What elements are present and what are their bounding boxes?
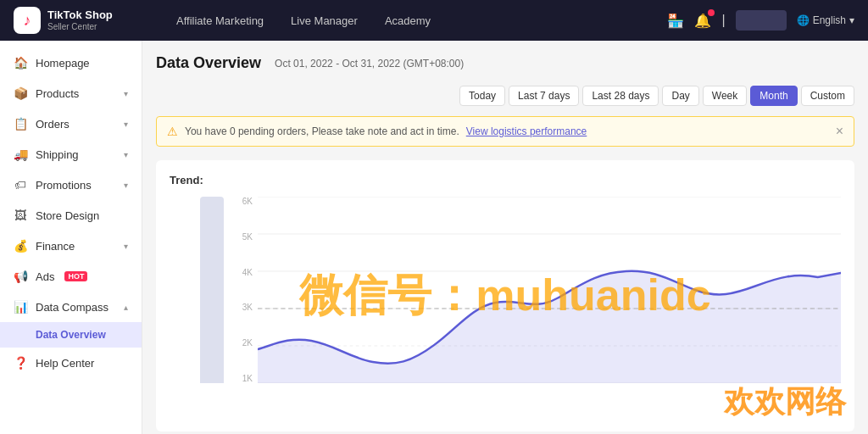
top-navigation: ♪ TikTok Shop Seller Center Affiliate Ma… [0, 0, 868, 41]
y-label-2k: 2K [242, 338, 253, 348]
y-label-1k: 1K [242, 374, 253, 383]
shipping-icon: 🚚 [14, 147, 27, 161]
promotions-icon: 🏷 [14, 178, 27, 192]
orders-icon: 📋 [14, 117, 27, 131]
date-range: Oct 01, 2022 - Oct 31, 2022 (GMT+08:00) [275, 58, 464, 70]
chevron-down-icon: ▾ [124, 242, 128, 251]
logo-subtitle: Seller Center [47, 22, 113, 32]
products-icon: 📦 [14, 86, 27, 100]
y-label-5k: 5K [242, 232, 253, 242]
chevron-down-icon: ▾ [124, 89, 128, 98]
sidebar-item-ads[interactable]: 📢 Ads HOT [0, 261, 142, 292]
data-compass-icon: 📊 [14, 300, 27, 314]
nav-right: 🏪 🔔 | 🌐 English ▾ [667, 10, 854, 31]
logo-area: ♪ TikTok Shop Seller Center [14, 7, 149, 34]
nav-live-manager[interactable]: Live Manager [291, 11, 358, 31]
logo-title: TikTok Shop [47, 8, 113, 22]
time-filters: Today Last 7 days Last 28 days Day Week … [459, 86, 854, 106]
time-btn-day[interactable]: Day [662, 86, 698, 106]
sidebar-item-homepage[interactable]: 🏠 Homepage [0, 47, 142, 78]
overview-header: Data Overview Oct 01, 2022 - Oct 31, 202… [156, 54, 854, 106]
y-axis-labels: 6K 5K 4K 3K 2K 1K [229, 197, 256, 383]
time-btn-last28[interactable]: Last 28 days [582, 86, 659, 106]
sidebar-label-data-compass: Data Compass [36, 301, 108, 314]
sidebar-subitem-data-overview[interactable]: Data Overview [0, 322, 142, 348]
sidebar-label-products: Products [36, 87, 79, 100]
page-title: Data Overview [156, 54, 261, 72]
hot-badge: HOT [64, 271, 87, 281]
help-icon: ❓ [14, 356, 27, 370]
time-btn-last7[interactable]: Last 7 days [509, 86, 579, 106]
nav-academy[interactable]: Academy [385, 11, 431, 31]
ads-icon: 📢 [14, 270, 27, 283]
chevron-down-icon: ▾ [124, 120, 128, 129]
sidebar-label-orders: Orders [36, 118, 70, 131]
store-icon-button[interactable]: 🏪 [667, 13, 684, 29]
trend-section: Trend: 微信号：muhuanidc 欢欢网络 6K 5K 4K 3K 2K… [156, 160, 854, 431]
store-design-icon: 🖼 [14, 209, 27, 222]
sidebar-label-help: Help Center [36, 357, 94, 370]
time-btn-month[interactable]: Month [750, 86, 797, 106]
lang-label: English [813, 14, 846, 26]
chevron-down-icon: ▾ [124, 181, 128, 190]
alert-text: You have 0 pending orders, Please take n… [185, 125, 459, 137]
sidebar-label-finance: Finance [36, 240, 75, 253]
alert-close-button[interactable]: × [836, 124, 843, 139]
trend-chart-svg [258, 197, 841, 383]
y-label-4k: 4K [242, 268, 253, 277]
finance-icon: 💰 [14, 239, 27, 253]
main-layout: 🏠 Homepage 📦 Products ▾ 📋 Orders ▾ 🚚 Shi… [0, 41, 868, 434]
sidebar: 🏠 Homepage 📦 Products ▾ 📋 Orders ▾ 🚚 Shi… [0, 41, 142, 434]
sidebar-label-promotions: Promotions [36, 179, 92, 192]
nav-affiliate-marketing[interactable]: Affiliate Marketing [176, 11, 264, 31]
sidebar-label-shipping: Shipping [36, 148, 79, 161]
divider-icon: | [721, 13, 725, 28]
sidebar-label-ads: Ads [36, 270, 54, 283]
home-icon: 🏠 [14, 56, 27, 70]
sidebar-item-shipping[interactable]: 🚚 Shipping ▾ [0, 139, 142, 170]
sidebar-label-store-design: Store Design [36, 209, 99, 222]
sidebar-item-orders[interactable]: 📋 Orders ▾ [0, 108, 142, 139]
time-btn-week[interactable]: Week [703, 86, 747, 106]
time-btn-today[interactable]: Today [459, 86, 505, 106]
sidebar-item-data-compass[interactable]: 📊 Data Compass ▴ [0, 292, 142, 322]
sidebar-item-help[interactable]: ❓ Help Center [0, 348, 142, 378]
notification-badge [708, 9, 715, 16]
chevron-up-icon: ▴ [124, 303, 128, 312]
sidebar-item-store-design[interactable]: 🖼 Store Design [0, 200, 142, 231]
logo-text: TikTok Shop Seller Center [47, 8, 113, 32]
sidebar-label-homepage: Homepage [36, 57, 90, 70]
alert-icon: ⚠ [167, 125, 178, 138]
alert-bar: ⚠ You have 0 pending orders, Please take… [156, 116, 854, 147]
chart-left-bar [200, 197, 224, 383]
sidebar-item-finance[interactable]: 💰 Finance ▾ [0, 231, 142, 261]
alert-link[interactable]: View logistics performance [466, 125, 587, 137]
notification-button[interactable]: 🔔 [694, 13, 711, 29]
y-label-6k: 6K [242, 197, 253, 206]
trend-label: Trend: [170, 174, 841, 186]
chart-area: 6K 5K 4K 3K 2K 1K [170, 197, 841, 417]
tiktok-logo-icon: ♪ [14, 7, 41, 34]
avatar[interactable] [736, 10, 787, 31]
time-btn-custom[interactable]: Custom [801, 86, 854, 106]
main-content: Data Overview Oct 01, 2022 - Oct 31, 202… [142, 41, 868, 434]
language-selector[interactable]: 🌐 English ▾ [797, 14, 854, 26]
sidebar-item-products[interactable]: 📦 Products ▾ [0, 78, 142, 108]
nav-links: Affiliate Marketing Live Manager Academy [176, 11, 667, 31]
sidebar-item-promotions[interactable]: 🏷 Promotions ▾ [0, 170, 142, 200]
y-label-3k: 3K [242, 303, 253, 312]
chevron-down-icon: ▾ [124, 150, 128, 159]
